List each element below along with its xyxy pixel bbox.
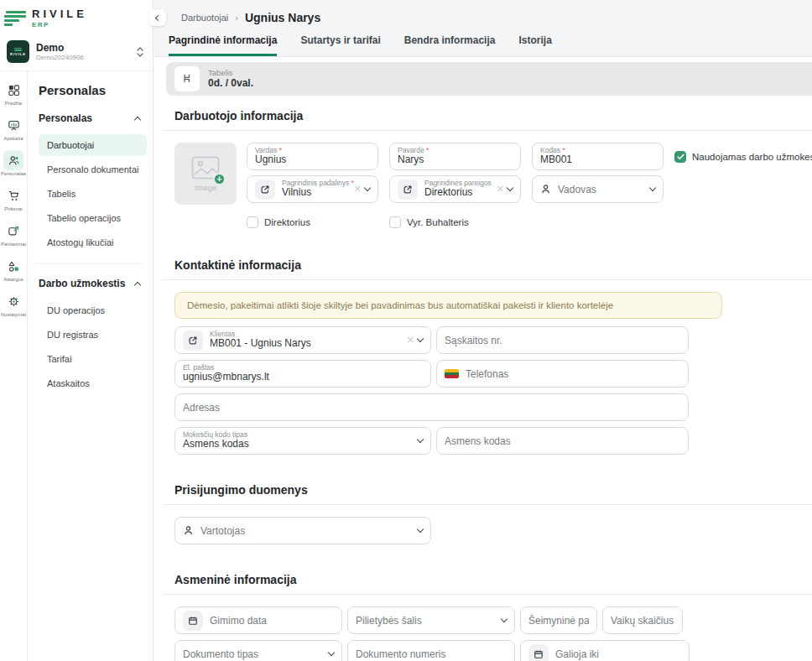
lithuania-flag-icon[interactable] xyxy=(445,369,459,378)
section-personal-info: Asmeninė informacija Gimimo data Piliety… xyxy=(163,560,812,661)
section-title: Asmeninė informacija xyxy=(163,560,812,594)
checkbox-unchecked-icon xyxy=(389,216,401,228)
chevron-down-icon[interactable] xyxy=(364,185,371,191)
workspace-selector[interactable]: RIVILE Demo Demo20240906 xyxy=(3,38,148,65)
shapes-icon xyxy=(3,256,23,276)
sidebar-item-personalo-dokumentai[interactable]: Personalo dokumentai xyxy=(39,159,147,180)
rail-item-pirkimai[interactable]: Pirkimai xyxy=(0,185,27,211)
workspace-avatar-text: RIVILE xyxy=(10,52,26,56)
clear-icon[interactable]: ✕ xyxy=(493,184,508,195)
sidebar-menu: Personalas Personalas Darbuotojai Person… xyxy=(28,71,153,661)
left-panel: RIVILE ERP RIVILE Demo Demo20240906 xyxy=(0,0,154,661)
dokumento-tipas-field[interactable]: Dokumento tipas xyxy=(174,640,342,661)
direktorius-checkbox[interactable]: Direktorius xyxy=(247,216,378,228)
sidebar-item-ataskaitos[interactable]: Ataskaitos xyxy=(39,372,147,394)
sidebar-item-atostogu-likuciai[interactable]: Atostogų likučiai xyxy=(39,232,147,253)
tab-bar: Pagrindinė informacija Sutartys ir tarif… xyxy=(157,34,812,56)
chevron-down-icon[interactable] xyxy=(649,185,656,191)
pilietybes-salis-field[interactable]: Pilietybės šalis xyxy=(347,606,515,634)
dokumento-numeris-field[interactable]: Dokumento numeris xyxy=(347,640,515,661)
klientas-field[interactable]: Klientas MB001 - Ugnius Narys ✕ xyxy=(174,326,431,354)
asmens-kodas-field[interactable]: Asmens kodas xyxy=(436,427,689,455)
brand-product: ERP xyxy=(32,22,87,29)
sidebar-item-tabelis[interactable]: Tabelis xyxy=(39,183,147,205)
saskaitos-nr-field[interactable]: Sąskaitos nr. xyxy=(436,326,689,354)
chevron-up-icon xyxy=(134,116,141,122)
sidebar-item-du-registras[interactable]: DU registras xyxy=(39,324,147,346)
chevron-updown-icon xyxy=(136,46,144,58)
group-personalas[interactable]: Personalas xyxy=(34,111,147,134)
section-title: Kontaktinė informacija xyxy=(163,245,812,279)
module-rail: Pradžia Apskaita Personalas xyxy=(0,71,28,661)
breadcrumb-separator-icon: › xyxy=(235,13,238,23)
tabelis-summary-card[interactable]: Tabelis 0d. / 0val. xyxy=(166,62,812,96)
rail-item-personalas[interactable]: Personalas xyxy=(0,150,27,176)
clear-icon[interactable]: ✕ xyxy=(403,335,418,346)
rail-item-atsargos[interactable]: Atsargos xyxy=(0,256,27,282)
presentation-chart-icon xyxy=(3,115,23,135)
brand-name: RIVILE xyxy=(32,8,87,19)
external-link-icon[interactable] xyxy=(183,330,203,351)
rail-item-apskaita[interactable]: Apskaita xyxy=(0,115,27,141)
summary-label: Tabelis xyxy=(208,68,253,78)
rail-item-nustatymai[interactable]: Nustatymai xyxy=(0,291,27,317)
image-placeholder-label: Image xyxy=(195,183,216,192)
gimimo-data-field[interactable]: Gimimo data xyxy=(174,606,342,634)
main-area: Darbuotojai › Ugnius Narys Pagrindinė in… xyxy=(154,0,812,661)
section-title: Prisijungimo duomenys xyxy=(163,470,812,504)
employee-photo-upload[interactable]: + Image xyxy=(174,143,237,205)
chevron-down-icon[interactable] xyxy=(417,336,424,342)
sidebar-item-du-operacijos[interactable]: DU operacijos xyxy=(39,299,147,321)
breadcrumb-parent[interactable]: Darbuotojai xyxy=(181,13,228,23)
vaiku-skaicius-field[interactable]: Vaikų skaičius xyxy=(602,606,683,634)
sidebar-item-tarifai[interactable]: Tarifai xyxy=(39,348,147,370)
rail-item-pradzia[interactable]: Pradžia xyxy=(0,80,27,106)
vadovas-field[interactable]: Vadovas xyxy=(532,175,664,203)
chevron-down-icon[interactable] xyxy=(328,649,335,656)
tab-sutartys-ir-tarifai[interactable]: Sutartys ir tarifai xyxy=(300,34,380,56)
mokesciu-kodo-tipas-field[interactable]: Mokesčių kodo tipas Asmens kodas xyxy=(174,427,431,455)
calendar-icon[interactable] xyxy=(528,644,549,661)
el-pastas-field[interactable]: El. paštas ugnius@mbnarys.lt xyxy=(174,360,431,388)
external-link-icon[interactable] xyxy=(398,180,418,200)
section-employee-info: Darbuotojo informacija + Image xyxy=(163,96,812,233)
external-link-icon[interactable] xyxy=(255,180,275,200)
payroll-checkbox[interactable]: Naudojamas darbo užmokestyje xyxy=(674,151,812,163)
workspace-avatar: RIVILE xyxy=(7,40,29,63)
telefonas-field[interactable]: Telefonas xyxy=(436,360,689,388)
person-icon xyxy=(540,184,551,195)
checkbox-unchecked-icon xyxy=(247,216,258,228)
shopping-cart-icon xyxy=(3,185,23,206)
adresas-field[interactable]: Adresas xyxy=(174,393,689,421)
calendar-icon[interactable] xyxy=(183,611,203,631)
galioja-iki-field[interactable]: Galioja iki xyxy=(520,640,690,661)
pagrindines-pareigos-field[interactable]: Pagrindinės pareigos Direktorius ✕ xyxy=(389,175,521,203)
group-darbo-uzmokestis[interactable]: Darbo užmokestis xyxy=(34,276,147,299)
rivile-logo-icon xyxy=(4,11,26,26)
app-window: RIVILE ERP RIVILE Demo Demo20240906 xyxy=(0,0,812,661)
vyr-buhalteris-checkbox[interactable]: Vyr. Buhalteris xyxy=(389,216,521,228)
chevron-down-icon[interactable] xyxy=(507,185,513,191)
pagrindinis-padalinys-field[interactable]: Pagrindinis padalinys Vilnius ✕ xyxy=(247,175,378,203)
person-icon xyxy=(183,525,194,536)
vardas-field[interactable]: Vardas Ugnius xyxy=(247,143,378,170)
kodas-field[interactable]: Kodas MB001 xyxy=(532,143,664,170)
collapse-sidebar-button[interactable] xyxy=(149,9,166,26)
add-photo-icon[interactable]: + xyxy=(213,173,226,185)
page-header: Darbuotojai › Ugnius Narys Pagrindinė in… xyxy=(154,0,812,57)
chevron-down-icon[interactable] xyxy=(417,436,424,443)
clear-icon[interactable]: ✕ xyxy=(351,184,365,195)
tab-istorija[interactable]: Istorija xyxy=(518,34,551,56)
chevron-down-icon[interactable] xyxy=(501,616,508,622)
sidebar-item-darbuotojai[interactable]: Darbuotojai xyxy=(39,134,147,156)
workspace-name: Demo xyxy=(36,42,84,54)
pavarde-field[interactable]: Pavardė Narys xyxy=(389,143,521,170)
rail-item-pardavimai[interactable]: Pardavimai xyxy=(0,221,27,247)
seimynine-padetis-field[interactable]: Šeimyninė padėtis xyxy=(520,606,597,634)
vartotojas-field[interactable]: Vartotojas xyxy=(174,517,431,544)
tab-bendra-informacija[interactable]: Bendra informacija xyxy=(404,34,496,56)
sidebar-item-tabelio-operacijos[interactable]: Tabelio operacijos xyxy=(39,207,147,229)
chevron-down-icon[interactable] xyxy=(417,526,424,533)
tab-pagrindine-informacija[interactable]: Pagrindinė informacija xyxy=(169,34,277,56)
summary-strip: Tabelis 0d. / 0val. xyxy=(154,57,812,96)
